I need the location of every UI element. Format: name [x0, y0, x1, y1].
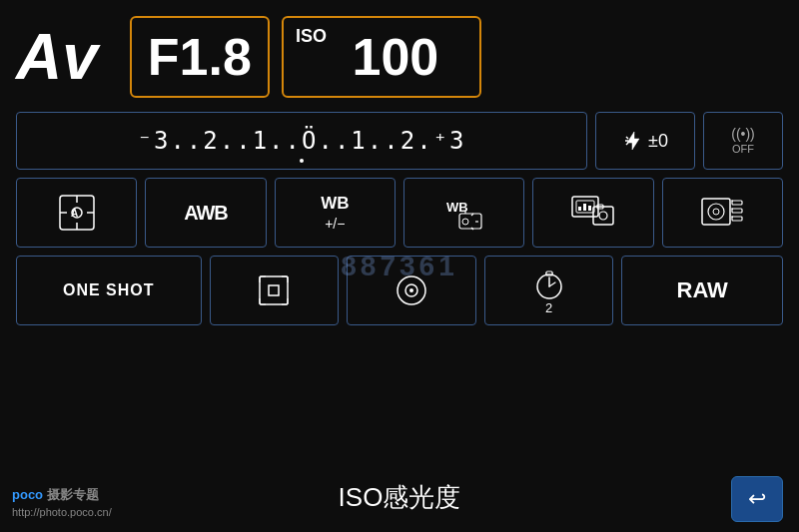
self-timer[interactable]: 2 [484, 256, 614, 325]
row-wb-style: A AWB WB +/− WB [16, 178, 783, 248]
wb-adjust-symbol: +/− [325, 216, 345, 232]
svg-rect-36 [269, 285, 279, 295]
svg-rect-30 [732, 209, 742, 213]
wb-shift-icon: WB [445, 194, 483, 232]
flash-comp-icon [622, 130, 644, 152]
af-point-icon [256, 272, 292, 308]
setting-label: ISO感光度 [339, 480, 461, 515]
exposure-scale-text: ⁻3..2..1..Ö..1..2.⁺3 [138, 127, 466, 155]
wifi-icon: ((•)) [731, 126, 755, 143]
svg-rect-29 [732, 201, 742, 205]
wifi-off-label: OFF [731, 143, 755, 156]
svg-marker-0 [627, 132, 639, 150]
white-balance[interactable]: AWB [145, 178, 266, 248]
svg-line-3 [626, 143, 628, 145]
wb-adjust[interactable]: WB +/− [275, 178, 396, 248]
self-timer-value: 2 [545, 300, 552, 315]
aperture-value: F1.8 [148, 27, 252, 87]
row-drive-af-quality: ONE SHOT [16, 256, 783, 325]
image-quality[interactable]: RAW [621, 256, 783, 325]
iso-value: 100 [352, 27, 438, 87]
svg-line-50 [549, 282, 555, 286]
wifi-status[interactable]: ((•)) OFF [703, 112, 783, 170]
svg-rect-31 [732, 217, 742, 221]
exposure-scale[interactable]: ⁻3..2..1..Ö..1..2.⁺3 [16, 112, 587, 170]
svg-rect-35 [260, 276, 288, 304]
wb-shift[interactable]: WB [403, 178, 524, 248]
svg-point-27 [708, 204, 724, 220]
drive-mode[interactable]: ONE SHOT [16, 256, 202, 325]
flash-comp-value: ±0 [648, 131, 668, 152]
svg-point-28 [713, 209, 719, 215]
back-button[interactable]: ↩ [731, 476, 783, 522]
svg-rect-23 [593, 207, 613, 225]
back-arrow-icon: ↩ [748, 486, 766, 512]
picture-style[interactable] [532, 178, 653, 248]
exposure-indicator-dot [300, 159, 304, 163]
poco-brand: poco 摄影专题 [12, 486, 112, 504]
row-mode-aperture-iso: Av F1.8 ISO 100 [16, 12, 783, 102]
iso-display[interactable]: ISO 100 [282, 16, 481, 98]
poco-url: http://photo.poco.cn/ [12, 505, 112, 520]
af-point[interactable] [210, 256, 340, 325]
awb-label: AWB [184, 202, 228, 225]
live-view-icon [394, 272, 429, 308]
svg-rect-20 [578, 207, 581, 211]
svg-rect-22 [588, 206, 591, 211]
svg-rect-21 [583, 204, 586, 211]
shooting-mode: Av [16, 25, 98, 89]
live-view[interactable] [347, 256, 476, 325]
lens-correction[interactable] [662, 178, 783, 248]
aperture-display[interactable]: F1.8 [130, 16, 270, 98]
svg-point-24 [599, 212, 607, 220]
bottom-bar: ISO感光度 [0, 472, 799, 522]
metering-mode[interactable]: A [16, 178, 137, 248]
svg-line-17 [471, 228, 473, 230]
row-exposure: ⁻3..2..1..Ö..1..2.⁺3 ±0 ((•)) OFF [16, 112, 783, 170]
camera-lcd-screen: Av F1.8 ISO 100 ⁻3..2..1..Ö..1..2.⁺3 ±0 [0, 0, 799, 532]
svg-line-1 [626, 137, 628, 139]
iso-label: ISO [296, 26, 327, 47]
drive-mode-label: ONE SHOT [63, 281, 155, 299]
svg-point-13 [462, 219, 468, 225]
svg-rect-26 [702, 199, 730, 225]
image-quality-label: RAW [677, 277, 728, 303]
svg-text:A: A [71, 208, 78, 219]
poco-watermark: poco 摄影专题 http://photo.poco.cn/ [12, 486, 112, 520]
lens-correction-icon [700, 193, 744, 233]
wb-adjust-label: WB [321, 194, 349, 214]
self-timer-icon [531, 266, 567, 302]
svg-point-47 [409, 288, 413, 292]
picture-style-icon [571, 193, 615, 233]
flash-compensation[interactable]: ±0 [595, 112, 695, 170]
metering-icon: A [57, 193, 97, 233]
